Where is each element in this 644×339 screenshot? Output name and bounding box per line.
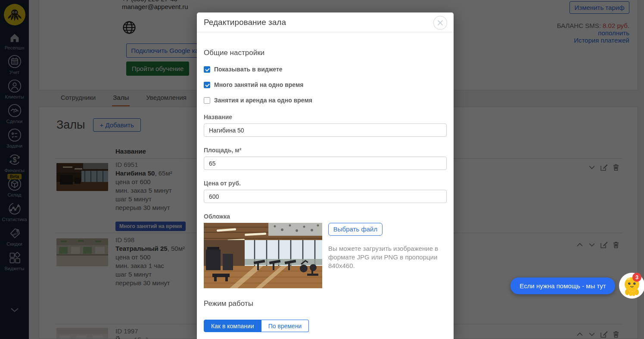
checkbox-unchecked-icon[interactable] <box>204 97 210 104</box>
help-notification-badge: 3 <box>632 273 641 282</box>
field-label-price: Цена от руб. <box>204 180 447 187</box>
hall-name-input[interactable] <box>204 123 447 137</box>
hall-area-input[interactable] <box>204 157 447 170</box>
modal-title: Редактирование зала <box>197 12 454 32</box>
field-label-cover: Обложка <box>204 213 447 220</box>
checkbox-label: Много занятий на одно время <box>214 81 303 88</box>
help-chat-bubble[interactable]: Если нужна помощь - мы тут <box>510 277 615 294</box>
checkbox-checked-icon[interactable] <box>204 66 210 73</box>
choose-file-button[interactable]: Выбрать файл <box>328 223 383 236</box>
hall-price-input[interactable] <box>204 190 447 203</box>
checkbox-checked-icon[interactable] <box>204 82 210 88</box>
section-general-settings: Общие настройки <box>204 49 447 57</box>
cover-hint-text: Вы можете загрузить изображение в формат… <box>328 244 454 270</box>
checkbox-label: Показывать в виджете <box>214 66 283 73</box>
close-icon[interactable] <box>433 15 448 30</box>
edit-hall-modal: Редактирование зала Общие настройки Пока… <box>197 12 454 339</box>
work-mode-segmented-control: Как в компании По времени <box>204 320 309 332</box>
work-mode-company-button[interactable]: Как в компании <box>204 320 261 332</box>
field-label-area: Площадь, м² <box>204 147 447 154</box>
checkbox-many-classes[interactable]: Много занятий на одно время <box>204 81 447 88</box>
checkbox-classes-and-rent[interactable]: Занятия и аренда на одно время <box>204 97 447 104</box>
field-label-name: Название <box>204 114 447 120</box>
checkbox-label: Занятия и аренда на одно время <box>214 97 312 104</box>
work-mode-by-time-button[interactable]: По времени <box>261 320 309 332</box>
section-work-mode: Режим работы <box>204 299 447 308</box>
cover-image <box>204 223 322 288</box>
checkbox-show-in-widget[interactable]: Показывать в виджете <box>204 66 447 73</box>
